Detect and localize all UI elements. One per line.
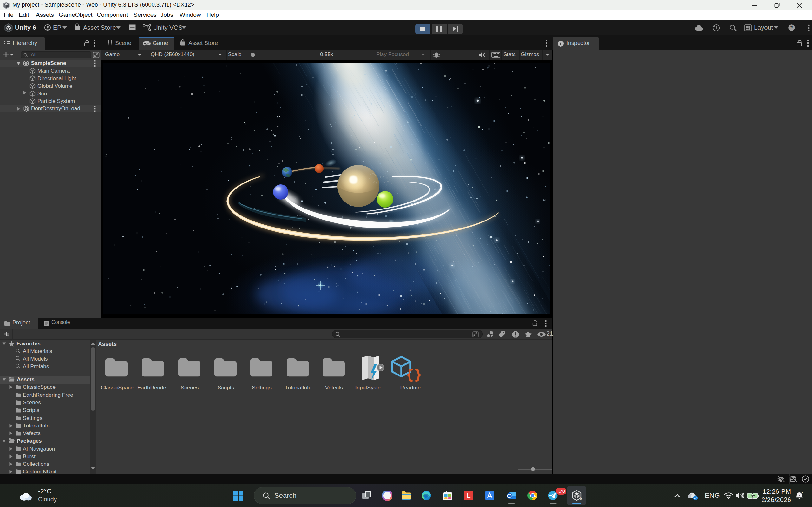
- svg-text:6: 6: [580, 496, 582, 501]
- svg-text:z: z: [802, 492, 803, 495]
- svg-text:z: z: [799, 494, 800, 497]
- svg-text:?: ?: [790, 25, 793, 30]
- svg-text:L: L: [466, 492, 470, 500]
